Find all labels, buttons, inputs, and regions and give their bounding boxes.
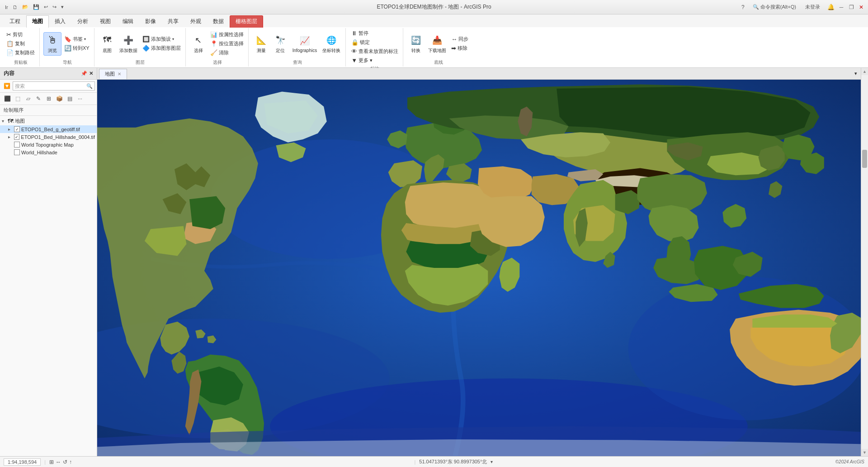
tab-view[interactable]: 视图 — [94, 15, 117, 28]
layer1-expand: ▸ — [8, 127, 13, 132]
zoom-in-button[interactable]: ↔ — [56, 459, 61, 465]
infographics-button[interactable]: 📈 Infographics — [290, 33, 319, 54]
tab-raster-layer[interactable]: 栅格图层 — [230, 15, 263, 28]
select-by-loc-button[interactable]: 📍 按位置选择 — [208, 39, 245, 48]
raster-icon[interactable]: ⬚ — [13, 94, 22, 103]
pause-label-button[interactable]: ⏸ 暂停 — [349, 29, 400, 38]
transform-button[interactable]: 🔄 转换 — [407, 33, 425, 55]
offline-group-label: 底线 — [434, 58, 443, 66]
sidebar-pin-button[interactable]: 📌 — [81, 71, 87, 76]
clear-selection-button[interactable]: 🧹 清除 — [208, 48, 245, 57]
open-button[interactable]: 📂 — [21, 3, 30, 11]
close-button[interactable]: ✕ — [858, 4, 864, 10]
refresh-button[interactable]: ↺ — [63, 459, 67, 465]
layer4-checkbox[interactable] — [14, 149, 20, 155]
basemap-button[interactable]: 🗺 底图 — [98, 33, 116, 55]
scene-icon[interactable]: 📦 — [55, 94, 64, 103]
layer-item-world-hillshade[interactable]: World_Hillshade — [0, 148, 97, 156]
add-data-button[interactable]: ➕ 添加数据 — [117, 33, 140, 55]
map-group-label: 地图 — [15, 118, 25, 124]
undo-button[interactable]: ↩ — [42, 3, 49, 11]
more-label: 更多 ▾ — [359, 57, 373, 64]
tab-share[interactable]: 共享 — [162, 15, 184, 28]
scroll-track[interactable] — [861, 75, 868, 449]
layer1-checkbox[interactable]: ✓ — [14, 126, 20, 132]
qat-more-button[interactable]: ▾ — [60, 3, 65, 11]
redo-button[interactable]: ↪ — [51, 3, 58, 11]
map-tab-main[interactable]: 地图 ✕ — [99, 69, 127, 79]
lock-label-button[interactable]: 🔒 锁定 — [349, 38, 400, 47]
window-controls: ? 🔍 命令搜索(Alt+Q) 未登录 🔔 ─ ❐ ✕ — [739, 4, 864, 10]
tab-project[interactable]: 工程 — [4, 15, 26, 28]
user-status[interactable]: 未登录 — [802, 4, 824, 10]
cut-button[interactable]: ✂ 剪切 — [5, 30, 37, 39]
tab-imagery[interactable]: 影像 — [139, 15, 162, 28]
scroll-down-button[interactable]: ▼ — [861, 449, 868, 456]
new-button[interactable]: 🗋 — [11, 4, 19, 11]
locate-label: 定位 — [276, 48, 285, 54]
more-button[interactable]: ▼ 更多 ▾ — [349, 56, 400, 65]
add-preset-button[interactable]: 🔲 添加预设 ▾ — [141, 35, 183, 43]
tab-data[interactable]: 数据 — [207, 15, 230, 28]
help-button[interactable]: ? — [739, 4, 747, 10]
browse-button[interactable]: 🖱 浏览 — [43, 32, 61, 56]
copy-label: 复制 — [15, 40, 25, 47]
tab-overflow-button[interactable]: ▾ — [851, 71, 861, 76]
minimize-button[interactable]: ─ — [838, 4, 844, 10]
sidebar-close-button[interactable]: ✕ — [89, 71, 93, 76]
feature-icon[interactable]: ▱ — [24, 94, 33, 103]
group-icon[interactable]: ⊞ — [44, 94, 53, 103]
tab-map[interactable]: 地图 — [26, 15, 49, 28]
sidebar-header-controls: 📌 ✕ — [81, 71, 93, 76]
tab-insert[interactable]: 插入 — [49, 15, 71, 28]
view-unplaced-button[interactable]: 👁 查看未放置的标注 — [349, 47, 400, 56]
map-group-item[interactable]: ▾ 🗺 地图 — [0, 117, 97, 125]
sync-button[interactable]: ↔ 同步 — [449, 35, 470, 43]
scale-display[interactable]: 1:94,198,594 — [4, 458, 41, 466]
select-button[interactable]: ↖ 选择 — [189, 33, 208, 55]
copy-path-button[interactable]: 📄 复制路径 — [5, 48, 37, 57]
layer-item-world-topo[interactable]: World Topographic Map — [0, 141, 97, 148]
tab-appearance[interactable]: 外观 — [184, 15, 207, 28]
tab-edit[interactable]: 编辑 — [117, 15, 139, 28]
download-label: 下载地图 — [428, 48, 446, 54]
map-tab-close[interactable]: ✕ — [118, 71, 121, 76]
notification-bell[interactable]: 🔔 — [827, 4, 835, 10]
sidebar-filter-button[interactable]: 🔽 — [2, 81, 12, 91]
search-bar[interactable]: 🔍 命令搜索(Alt+Q) — [751, 4, 798, 10]
save-button[interactable]: 💾 — [32, 3, 41, 11]
all-layers-icon[interactable]: ⬛ — [3, 94, 12, 103]
more-layers-icon[interactable]: ··· — [75, 94, 85, 103]
map-canvas[interactable] — [97, 80, 861, 456]
select-by-attr-button[interactable]: 📊 按属性选择 — [208, 30, 245, 39]
layer2-checkbox[interactable]: ✓ — [14, 134, 20, 140]
sidebar-search-box[interactable]: 搜索 🔍 — [13, 81, 95, 91]
scroll-thumb[interactable] — [862, 150, 867, 168]
download-map-button[interactable]: 📥 下载地图 — [426, 33, 448, 55]
bookmark-button[interactable]: 🔖 书签 ▾ — [62, 35, 91, 43]
coords-settings-button[interactable]: ▾ — [491, 459, 493, 464]
layer-item-etopo-bed[interactable]: ▸ ✓ ETOPO1_Bed_g_geotiff.tif — [0, 125, 97, 133]
remove-button[interactable]: ➡ 移除 — [449, 44, 470, 52]
layer3-checkbox[interactable] — [14, 142, 20, 148]
clear-label: 清除 — [219, 49, 229, 56]
add-graphics-button[interactable]: 🔷 添加图形图层 — [141, 44, 183, 52]
compass-button[interactable]: ↑ — [69, 459, 72, 465]
cut-icon: ✂ — [6, 31, 11, 38]
layer-item-etopo-hillshade[interactable]: ▸ ✓ ETOPO1_Bed_Hillshade_0004.tif — [0, 133, 97, 141]
coordinate-convert-button[interactable]: 🌐 坐标转换 — [320, 33, 343, 55]
scroll-up-button[interactable]: ▲ — [861, 68, 868, 75]
measure-button[interactable]: 📐 测量 — [252, 33, 270, 55]
zoom-to-extent-button[interactable]: ⊞ — [49, 459, 54, 465]
copy-button[interactable]: 📋 复制 — [5, 39, 37, 48]
locate-button[interactable]: 🔭 定位 — [271, 33, 289, 55]
right-scrollbar[interactable]: ▲ ▼ — [861, 68, 868, 456]
restore-button[interactable]: ❐ — [848, 4, 854, 10]
search-icon[interactable]: 🔍 — [86, 83, 93, 89]
annotation-icon[interactable]: ✎ — [34, 94, 43, 103]
add-data-icon: ➕ — [122, 34, 135, 47]
table-icon[interactable]: ▤ — [65, 94, 74, 103]
goto-xy-button[interactable]: 🔄 转到XY — [62, 44, 91, 52]
tab-analysis[interactable]: 分析 — [71, 15, 94, 28]
measure-label: 测量 — [257, 48, 266, 54]
